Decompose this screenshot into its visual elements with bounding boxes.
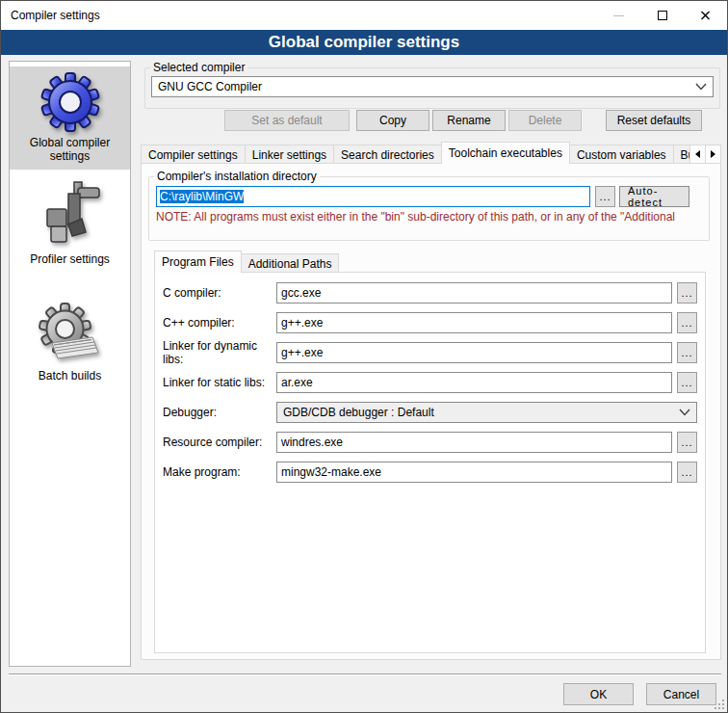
blue-gear-icon xyxy=(12,71,128,133)
field-row-cpp-compiler: C++ compiler: ... xyxy=(163,312,697,333)
bin-subdirectory-note: NOTE: All programs must exist either in … xyxy=(156,210,701,224)
field-row-c-compiler: C compiler: ... xyxy=(163,282,697,304)
reset-defaults-button[interactable]: Reset defaults xyxy=(606,110,702,131)
tab-toolchain-executables[interactable]: Toolchain executables xyxy=(441,142,570,164)
minimize-button xyxy=(597,1,640,30)
titlebar: Compiler settings × xyxy=(1,1,727,30)
set-as-default-button: Set as default xyxy=(224,110,350,131)
browse-cpp-compiler-button[interactable]: ... xyxy=(677,312,697,333)
tab-search-directories[interactable]: Search directories xyxy=(333,145,442,164)
browse-linker-dynamic-button[interactable]: ... xyxy=(677,342,697,363)
compiler-actions: Set as default Copy Rename Delete Reset … xyxy=(145,110,719,131)
footer-divider xyxy=(9,673,721,675)
tab-linker-settings[interactable]: Linker settings xyxy=(245,145,334,164)
installation-directory-group-label: Compiler's installation directory xyxy=(154,170,320,183)
field-row-resource-compiler: Resource compiler: ... xyxy=(163,432,697,453)
linker-dynamic-input[interactable] xyxy=(276,342,672,363)
field-row-make-program: Make program: ... xyxy=(163,462,697,483)
arrow-left-icon xyxy=(695,150,700,158)
resize-grip[interactable] xyxy=(715,700,724,709)
caliper-profiler-icon xyxy=(12,180,128,250)
cancel-button[interactable]: Cancel xyxy=(646,683,716,705)
tab-custom-variables[interactable]: Custom variables xyxy=(569,145,674,164)
selected-compiler-group-label: Selected compiler xyxy=(150,61,247,74)
close-button[interactable]: × xyxy=(684,1,727,30)
tab-scroll-right-button[interactable] xyxy=(705,145,721,164)
field-label: Resource compiler: xyxy=(163,436,276,449)
tab-compiler-settings[interactable]: Compiler settings xyxy=(141,145,246,164)
tab-scroll-left-button[interactable] xyxy=(689,145,706,164)
installation-directory-group: Compiler's installation directory C:\ray… xyxy=(148,170,710,241)
minimize-icon xyxy=(613,15,624,16)
page-title: Global compiler settings xyxy=(1,30,727,55)
compiler-select-value: GNU GCC Compiler xyxy=(158,80,695,93)
delete-button: Delete xyxy=(508,110,582,131)
chevron-down-icon xyxy=(695,83,707,91)
sidebar-item-global-compiler-settings[interactable]: Global compiler settings xyxy=(10,66,130,170)
installation-directory-input[interactable]: C:\raylib\MinGW xyxy=(156,186,590,207)
window-title: Compiler settings xyxy=(1,9,100,22)
sidebar-item-label: Global compiler settings xyxy=(12,136,128,163)
c-compiler-input[interactable] xyxy=(276,282,672,304)
sidebar-item-label: Batch builds xyxy=(12,369,128,383)
field-label: C compiler: xyxy=(163,286,276,300)
compiler-settings-dialog: { "window": { "title": "Compiler setting… xyxy=(0,0,728,713)
field-label: Debugger: xyxy=(163,406,276,419)
arrow-right-icon xyxy=(711,150,715,158)
cpp-compiler-input[interactable] xyxy=(276,312,672,333)
compiler-select[interactable]: GNU GCC Compiler xyxy=(151,76,714,97)
rename-button[interactable]: Rename xyxy=(432,110,506,131)
browse-resource-compiler-button[interactable]: ... xyxy=(677,432,697,453)
browse-linker-static-button[interactable]: ... xyxy=(677,372,697,393)
make-program-input[interactable] xyxy=(276,462,672,483)
copy-button[interactable]: Copy xyxy=(356,110,429,131)
tab-program-files[interactable]: Program Files xyxy=(154,251,242,273)
field-row-linker-dynamic: Linker for dynamic libs: ... xyxy=(163,342,697,363)
program-files-tabstrip: Program Files Additional Paths xyxy=(154,251,338,273)
close-icon: × xyxy=(699,11,712,20)
field-label: Linker for dynamic libs: xyxy=(163,339,276,366)
gray-gear-stack-icon xyxy=(12,303,128,366)
selected-compiler-group: Selected compiler GNU GCC Compiler xyxy=(144,61,720,109)
ok-button[interactable]: OK xyxy=(563,683,634,705)
sidebar-item-profiler-settings[interactable]: Profiler settings xyxy=(10,175,130,273)
linker-static-input[interactable] xyxy=(276,372,672,393)
toolchain-executables-page: Compiler's installation directory C:\ray… xyxy=(141,163,721,660)
sidebar-item-batch-builds[interactable]: Batch builds xyxy=(10,298,130,389)
field-label: Linker for static libs: xyxy=(163,376,276,389)
browse-make-program-button[interactable]: ... xyxy=(677,462,697,483)
field-label: C++ compiler: xyxy=(163,316,276,330)
field-row-debugger: Debugger: GDB/CDB debugger : Default xyxy=(163,402,697,423)
browse-directory-button[interactable]: ... xyxy=(595,186,615,207)
main-tabstrip: Compiler settings Linker settings Search… xyxy=(141,142,721,164)
debugger-select-value: GDB/CDB debugger : Default xyxy=(283,406,679,419)
maximize-icon xyxy=(658,11,667,20)
installation-directory-value: C:\raylib\MinGW xyxy=(160,190,244,203)
program-files-page: C compiler: ... C++ compiler: ... Linker… xyxy=(154,272,706,653)
tab-additional-paths[interactable]: Additional Paths xyxy=(241,253,340,273)
field-row-linker-static: Linker for static libs: ... xyxy=(163,372,697,393)
resource-compiler-input[interactable] xyxy=(276,432,672,453)
settings-category-list: Global compiler settings P xyxy=(9,61,131,667)
maximize-button[interactable] xyxy=(640,1,684,30)
auto-detect-button[interactable]: Auto-detect xyxy=(619,186,689,207)
sidebar-item-label: Profiler settings xyxy=(12,252,128,266)
debugger-select[interactable]: GDB/CDB debugger : Default xyxy=(276,402,697,423)
browse-c-compiler-button[interactable]: ... xyxy=(677,282,697,304)
chevron-down-icon xyxy=(679,409,690,416)
field-label: Make program: xyxy=(163,465,276,479)
